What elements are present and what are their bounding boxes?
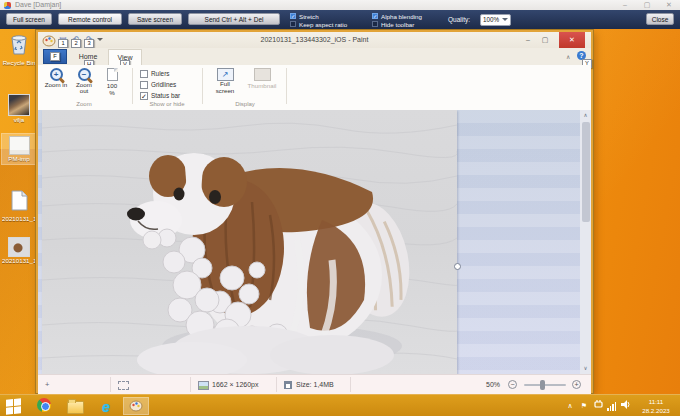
photo-thumbnail-icon (8, 237, 30, 257)
stretch-checkbox[interactable]: ✓ (290, 13, 296, 19)
keep-aspect-ratio-label: Keep aspect ratio (299, 21, 347, 28)
power-icon[interactable] (592, 400, 604, 413)
zoom-out-status-button[interactable]: − (508, 380, 517, 389)
ribbon-view: + Zoom in − Zoom out 100 % Zoom Rulers (38, 65, 591, 111)
taskbar-chrome-button[interactable] (33, 398, 55, 414)
viewer-close-button[interactable]: ✕ (662, 0, 676, 10)
scroll-up-icon[interactable]: ∧ (580, 110, 591, 121)
paint-minimize-button[interactable]: – (521, 32, 535, 48)
zoom-slider-track[interactable] (524, 384, 566, 386)
photo-thumbnail-icon (8, 94, 30, 116)
network-signal-icon[interactable] (606, 400, 618, 411)
remote-viewer-title: Dave [Damjan] (15, 0, 61, 10)
vertical-scrollbar[interactable]: ∧ ∨ (580, 110, 591, 374)
save-screen-button[interactable]: Save screen (128, 13, 182, 25)
desktop-icon-label: 20210131_1... (2, 257, 36, 264)
desktop-icon-document[interactable]: 20210131_1... (2, 190, 36, 222)
zoom-100-button[interactable]: 100 % (100, 68, 124, 98)
alpha-blending-checkbox[interactable]: ✓ (372, 13, 378, 19)
redo-keytip: 3 (84, 39, 94, 48)
show-group-label: Show or hide (134, 101, 200, 107)
canvas-area[interactable]: ∧ ∨ (38, 110, 591, 374)
action-center-flag-icon[interactable]: ⚑ (578, 400, 590, 412)
zoom-100-label: 100 % (104, 83, 120, 96)
file-explorer-icon (67, 401, 84, 414)
full-screen-button[interactable]: Full screen (6, 13, 52, 25)
gridlines-checkbox[interactable] (140, 81, 148, 89)
zoom-group-label: Zoom (38, 101, 130, 107)
collapse-ribbon-icon[interactable]: ∧ (566, 53, 570, 60)
internet-explorer-icon: e (102, 399, 110, 415)
scrollbar-thumb[interactable] (582, 122, 590, 222)
zoom-out-label: Zoom out (72, 82, 96, 95)
zoom-in-label: Zoom in (44, 82, 68, 89)
remote-control-button[interactable]: Remote control (58, 13, 122, 25)
thumbnail-ribbon-button: Thumbnail (244, 68, 280, 98)
taskbar-explorer-button[interactable] (64, 398, 86, 414)
zoom-out-button[interactable]: − Zoom out (72, 68, 96, 98)
thumbnail-icon (254, 68, 271, 81)
rulers-checkbox[interactable] (140, 70, 148, 78)
zoom-slider-thumb[interactable] (540, 380, 545, 390)
undo-keytip: 2 (71, 39, 81, 48)
desktop-icon-label: vilja (2, 116, 36, 123)
desktop-icon-label: Recycle Bin (2, 59, 36, 66)
close-session-button[interactable]: Close (646, 13, 674, 25)
keep-aspect-ratio-checkbox[interactable] (290, 21, 296, 27)
paint-window-title: 20210131_133443302_iOS - Paint (38, 32, 591, 48)
paint-window: 20210131_133443302_iOS - Paint ▤ 1 ↶ 2 ↷… (36, 30, 593, 393)
hide-toolbar-label: Hide toolbar (381, 21, 414, 28)
taskbar-ie-button[interactable]: e (95, 398, 117, 414)
desktop-icon-photo-vilja[interactable]: vilja (2, 94, 36, 123)
zoom-level: 50% (486, 375, 500, 394)
volume-icon[interactable] (620, 400, 632, 413)
canvas-resize-handle[interactable] (454, 263, 461, 270)
desktop-icon-recycle-bin[interactable]: Recycle Bin (2, 33, 36, 66)
send-ctrl-alt-del-button[interactable]: Send Ctrl + Alt + Del (188, 13, 280, 25)
hide-toolbar-checkbox[interactable] (372, 21, 378, 27)
group-separator (286, 68, 287, 104)
rulers-label: Rulers (151, 69, 169, 78)
stretch-label: Stretch (299, 13, 319, 20)
page-icon (107, 68, 118, 81)
full-screen-ribbon-button[interactable]: ↗ Full screen (210, 68, 240, 98)
cursor-position-icon: + (45, 375, 49, 394)
alpha-blending-label: Alpha blending (381, 13, 422, 20)
taskbar-paint-button[interactable] (124, 398, 148, 414)
dog-in-snow-photo (42, 110, 457, 374)
tray-clock[interactable]: 11:11 28.2.2023 (636, 397, 676, 415)
desktop: Recycle Bin vilja PM-imp 20210131_1... 2… (0, 29, 680, 394)
qat-dropdown-caret-icon[interactable] (97, 38, 103, 41)
quality-dropdown[interactable]: 100% (480, 14, 511, 26)
quality-value: 100% (483, 16, 499, 23)
paint-close-button[interactable]: ✕ (559, 32, 585, 48)
photo-canvas[interactable] (42, 110, 457, 374)
viewer-maximize-button[interactable]: ▢ (640, 0, 654, 10)
start-button[interactable] (6, 398, 24, 414)
clock-time: 11:11 (636, 397, 676, 406)
chrome-icon (37, 398, 51, 412)
clock-date: 28.2.2023 (636, 406, 676, 415)
viewer-minimize-button[interactable]: – (618, 0, 632, 10)
scroll-down-icon[interactable]: ∨ (580, 363, 591, 374)
desktop-icon-label: 20210131_1... (2, 215, 36, 222)
status-bar-checkbox[interactable]: ✓ (140, 92, 148, 100)
full-screen-label: Full screen (210, 81, 240, 94)
desktop-icon-label: PM-imp (2, 155, 36, 162)
gridlines-label: Gridlines (151, 80, 176, 89)
taskbar: e ∧ ⚑ 11:11 28.2.2023 (0, 394, 680, 416)
selection-size-icon (118, 381, 129, 390)
show-hidden-icons-button[interactable]: ∧ (564, 400, 576, 412)
image-dimensions: 1662 × 1260px (212, 375, 259, 394)
thumbnail-label: Thumbnail (244, 83, 280, 90)
dropdown-caret-icon (502, 18, 508, 21)
document-icon (11, 190, 28, 211)
image-dimensions-icon (198, 381, 209, 390)
zoom-in-button[interactable]: + Zoom in (44, 68, 68, 98)
zoom-in-status-button[interactable]: + (572, 380, 581, 389)
desktop-icon-photo-dog[interactable]: 20210131_1... (2, 237, 36, 264)
status-bar-label: Status bar (151, 91, 180, 100)
desktop-icon-pm-imp[interactable]: PM-imp (2, 134, 36, 164)
quality-label: Quality: (448, 16, 470, 23)
paint-maximize-button[interactable]: ▢ (538, 32, 552, 48)
